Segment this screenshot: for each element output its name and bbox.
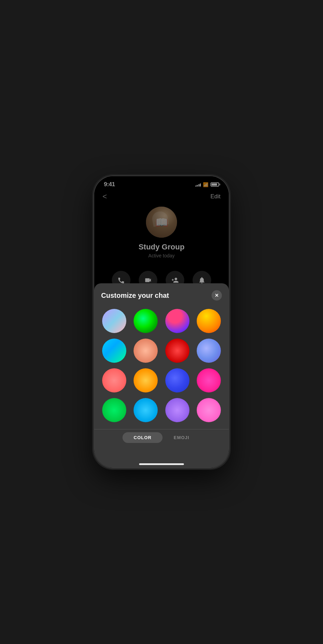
sheet-title: Customize your chat (101, 292, 169, 300)
color-tab[interactable]: COLOR (123, 432, 163, 443)
color-option-5[interactable] (102, 339, 126, 363)
color-option-9[interactable] (102, 368, 126, 392)
color-option-2[interactable] (134, 309, 158, 333)
color-option-10[interactable] (134, 368, 158, 392)
home-indicator (139, 463, 184, 465)
color-option-14[interactable] (134, 398, 158, 422)
phone-screen: 9:41 📶 < Edit (94, 176, 229, 468)
color-grid (94, 306, 229, 429)
color-option-8[interactable] (197, 339, 221, 363)
color-option-3[interactable] (165, 309, 189, 333)
emoji-tab[interactable]: EMOJI (163, 432, 200, 443)
sheet-header: Customize your chat ✕ (94, 283, 229, 306)
close-sheet-button[interactable]: ✕ (212, 290, 222, 301)
phone-frame: 9:41 📶 < Edit (94, 176, 229, 468)
color-option-12[interactable] (197, 368, 221, 392)
color-option-15[interactable] (165, 398, 189, 422)
color-option-11[interactable] (165, 368, 189, 392)
sheet-tabs: COLOR EMOJI (94, 429, 229, 447)
color-option-1[interactable] (102, 309, 126, 333)
color-option-6[interactable] (134, 339, 158, 363)
color-option-4[interactable] (197, 309, 221, 333)
color-option-16[interactable] (197, 398, 221, 422)
color-option-13[interactable] (102, 398, 126, 422)
color-option-7[interactable] (165, 339, 189, 363)
customize-chat-sheet: Customize your chat ✕ (94, 283, 229, 468)
